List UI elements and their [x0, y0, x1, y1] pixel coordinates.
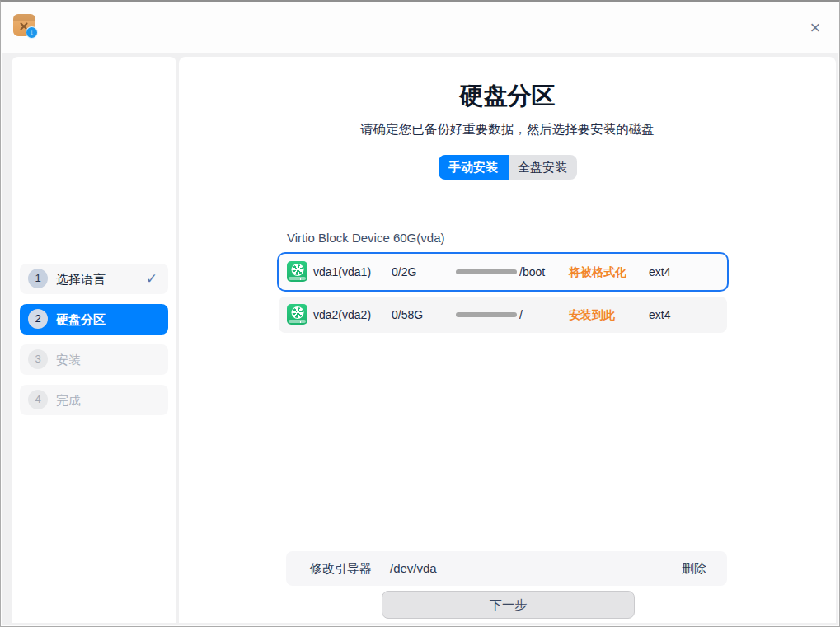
partition-status: 将被格式化	[569, 254, 626, 290]
step-label: 选择语言	[56, 264, 106, 294]
package-flap	[13, 14, 35, 21]
partition-usage: 0/58G	[392, 297, 423, 333]
mount-point: /	[519, 297, 523, 333]
bootloader-device: /dev/vda	[390, 551, 437, 586]
download-badge-icon: ↓	[26, 26, 38, 39]
partition-usage: 0/2G	[392, 254, 416, 290]
partition-name: vda2(vda2)	[313, 297, 371, 333]
disk-title: Virtio Block Device 60G(vda)	[287, 231, 444, 245]
step-label: 安装	[56, 344, 81, 375]
modify-bootloader-button[interactable]: 修改引导器	[310, 551, 372, 586]
delete-button[interactable]: 删除	[682, 551, 706, 586]
page-title: 硬盘分区	[179, 80, 836, 113]
install-mode-toggle: 手动安装 全盘安装	[439, 155, 577, 180]
tab-full-disk-install[interactable]: 全盘安装	[509, 155, 577, 180]
disk-icon	[287, 304, 307, 325]
step-number: 4	[28, 390, 48, 409]
steps-sidebar: 1 选择语言 ✓ 2 硬盘分区 3 安装 4 完成	[12, 57, 176, 623]
installer-window: ↓ × 1 选择语言 ✓ 2 硬盘分区 3 安装 4 完成 硬盘	[0, 0, 840, 627]
content-area: 1 选择语言 ✓ 2 硬盘分区 3 安装 4 完成 硬盘分区 请确定您已备份好重…	[2, 53, 838, 625]
installer-app-icon: ↓	[13, 14, 35, 36]
step-item-finish: 4 完成	[20, 385, 168, 415]
partition-status: 安装到此	[569, 297, 615, 333]
disk-icon	[287, 261, 307, 282]
usage-bar	[456, 312, 517, 317]
step-item-select-language: 1 选择语言 ✓	[20, 264, 168, 294]
step-number: 3	[28, 349, 48, 369]
filesystem-type: ext4	[649, 254, 670, 290]
step-number: 2	[28, 309, 48, 329]
partition-name: vda1(vda1)	[313, 254, 371, 290]
partition-row-vda1[interactable]: vda1(vda1) 0/2G /boot 将被格式化 ext4	[279, 254, 727, 290]
usage-bar	[456, 269, 517, 274]
main-panel: 硬盘分区 请确定您已备份好重要数据，然后选择要安装的磁盘 手动安装 全盘安装 V…	[179, 57, 836, 623]
filesystem-type: ext4	[649, 297, 670, 333]
page-subtitle: 请确定您已备份好重要数据，然后选择要安装的磁盘	[179, 121, 836, 138]
partition-row-vda2[interactable]: vda2(vda2) 0/58G / 安装到此 ext4	[279, 297, 727, 333]
bootloader-bar: 修改引导器 /dev/vda 删除	[286, 551, 727, 586]
mount-point: /boot	[519, 254, 545, 290]
close-icon[interactable]: ×	[805, 18, 825, 38]
next-step-button[interactable]: 下一步	[382, 591, 635, 619]
step-label: 完成	[56, 385, 81, 415]
step-item-disk-partition: 2 硬盘分区	[20, 304, 168, 335]
check-icon: ✓	[146, 264, 157, 294]
step-label: 硬盘分区	[56, 304, 106, 335]
tab-manual-install[interactable]: 手动安装	[439, 155, 509, 180]
step-number: 1	[28, 269, 48, 288]
step-item-install: 3 安装	[20, 344, 168, 375]
titlebar: ↓ ×	[2, 3, 838, 54]
